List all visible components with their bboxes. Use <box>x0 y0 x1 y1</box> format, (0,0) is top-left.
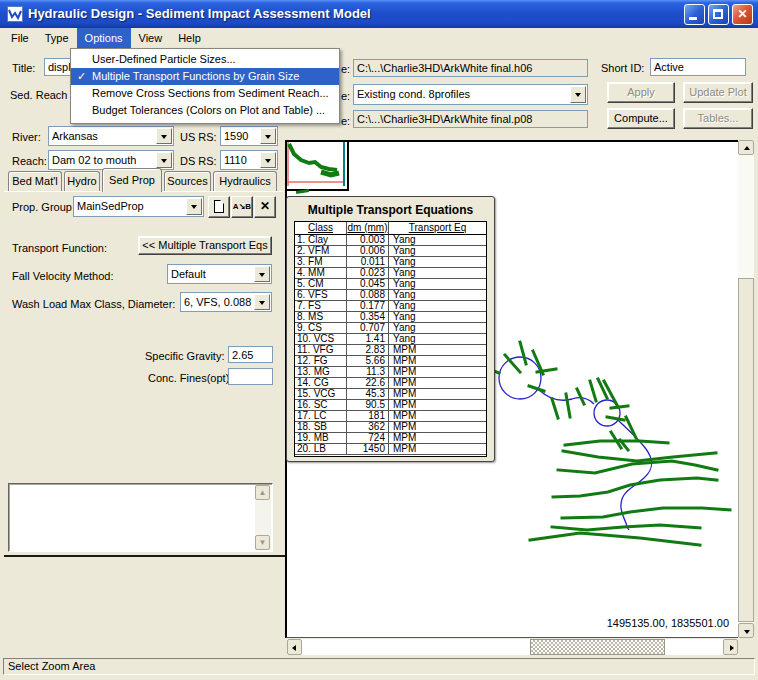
menu-item-remove-cross-sections[interactable]: Remove Cross Sections from Sediment Reac… <box>71 85 339 102</box>
prop-group-combobox[interactable]: MainSedProp <box>73 196 204 217</box>
dropdown-arrow-icon[interactable] <box>570 86 586 103</box>
mte-cell[interactable]: MPM <box>389 345 486 356</box>
hydro-file-field[interactable]: C:\...\Charlie3HD\ArkWhite final.h06 <box>353 59 588 77</box>
dropdown-arrow-icon[interactable] <box>254 266 270 282</box>
river-combobox[interactable]: Arkansas <box>48 126 174 146</box>
menu-options[interactable]: Options <box>77 28 131 48</box>
mte-cell[interactable]: 20. LB <box>295 444 347 455</box>
menu-help[interactable]: Help <box>170 28 209 48</box>
title-bar[interactable]: Hydraulic Design - Sediment Impact Asses… <box>0 0 758 28</box>
mte-cell[interactable]: Yang <box>389 246 486 257</box>
mte-cell[interactable]: 0.177 <box>347 301 389 312</box>
mte-cell[interactable]: 0.006 <box>347 246 389 257</box>
mte-cell[interactable]: Yang <box>389 334 486 345</box>
scroll-down-icon[interactable]: ▼ <box>255 535 270 550</box>
tab-hydraulics[interactable]: Hydraulics <box>213 171 277 191</box>
mte-cell[interactable]: 90.5 <box>347 400 389 411</box>
ds-rs-combobox[interactable]: 1110 <box>220 150 278 170</box>
apply-button[interactable]: Apply <box>607 82 675 103</box>
multiple-transport-equations-window[interactable]: Multiple Transport Equations Class dm (m… <box>286 196 495 462</box>
mte-cell[interactable]: MPM <box>389 389 486 400</box>
mte-cell[interactable]: MPM <box>389 422 486 433</box>
mte-cell[interactable]: Yang <box>389 323 486 334</box>
scroll-up-icon[interactable]: ▲ <box>255 485 270 500</box>
mte-cell[interactable]: 18. SB <box>295 422 347 433</box>
mte-cell[interactable]: 19. MB <box>295 433 347 444</box>
mte-cell[interactable]: 11.3 <box>347 367 389 378</box>
mte-cell[interactable]: MPM <box>389 433 486 444</box>
mte-cell[interactable]: 8. MS <box>295 312 347 323</box>
mte-cell[interactable]: 2. VFM <box>295 246 347 257</box>
mte-cell[interactable]: 13. MG <box>295 367 347 378</box>
mte-cell[interactable]: Yang <box>389 257 486 268</box>
mte-cell[interactable]: 0.003 <box>347 235 389 246</box>
mte-cell[interactable]: 0.011 <box>347 257 389 268</box>
scroll-down-button[interactable] <box>738 623 754 638</box>
mte-cell[interactable]: Yang <box>389 312 486 323</box>
notes-scrollbar[interactable]: ▲ ▼ <box>255 485 271 550</box>
mte-cell[interactable]: MPM <box>389 411 486 422</box>
reach-combobox[interactable]: Dam 02 to mouth <box>48 150 174 170</box>
mte-cell[interactable]: Yang <box>389 235 486 246</box>
plot-vertical-scrollbar[interactable] <box>738 140 754 638</box>
mte-cell[interactable]: MPM <box>389 444 486 455</box>
scroll-left-button[interactable] <box>287 639 302 655</box>
horizontal-scroll-thumb[interactable] <box>530 639 665 655</box>
maximize-button[interactable] <box>708 4 729 25</box>
mte-cell[interactable]: 22.6 <box>347 378 389 389</box>
mte-cell[interactable]: MPM <box>389 367 486 378</box>
mte-cell[interactable]: 5. CM <box>295 279 347 290</box>
mte-cell[interactable]: Yang <box>389 279 486 290</box>
delete-group-button[interactable]: ✕ <box>254 196 276 218</box>
tab-sed-prop[interactable]: Sed Prop <box>102 168 162 192</box>
menu-type[interactable]: Type <box>37 28 77 48</box>
scroll-up-button[interactable] <box>738 140 754 155</box>
close-button[interactable]: ✕ <box>732 4 753 25</box>
mte-cell[interactable]: 7. FS <box>295 301 347 312</box>
mte-cell[interactable]: MPM <box>389 356 486 367</box>
new-group-button[interactable] <box>208 196 230 218</box>
dropdown-arrow-icon[interactable] <box>260 152 276 168</box>
menu-item-budget-tolerances[interactable]: Budget Tolerances (Colors on Plot and Ta… <box>71 102 339 119</box>
mte-cell[interactable]: 0.707 <box>347 323 389 334</box>
mte-cell[interactable]: 9. CS <box>295 323 347 334</box>
mte-cell[interactable]: 0.045 <box>347 279 389 290</box>
mte-cell[interactable]: Yang <box>389 268 486 279</box>
dropdown-arrow-icon[interactable] <box>254 294 270 310</box>
update-plot-button[interactable]: Update Plot <box>683 82 753 103</box>
sed-file-field[interactable]: C:\...\Charlie3HD\ArkWhite final.p08 <box>353 110 588 128</box>
mte-cell[interactable]: Yang <box>389 301 486 312</box>
mte-cell[interactable]: 724 <box>347 433 389 444</box>
conc-fines-input[interactable] <box>228 368 273 385</box>
mte-cell[interactable]: 181 <box>347 411 389 422</box>
mte-cell[interactable]: 5.66 <box>347 356 389 367</box>
mte-cell[interactable]: 0.354 <box>347 312 389 323</box>
mte-cell[interactable]: 362 <box>347 422 389 433</box>
mte-cell[interactable]: 16. SC <box>295 400 347 411</box>
notes-textarea[interactable]: ▲ ▼ <box>8 483 273 552</box>
mte-cell[interactable]: 1450 <box>347 444 389 455</box>
mte-cell[interactable]: 45.3 <box>347 389 389 400</box>
mte-cell[interactable]: 1. Clay <box>295 235 347 246</box>
mte-cell[interactable]: Yang <box>389 290 486 301</box>
mte-cell[interactable]: 10. VCS <box>295 334 347 345</box>
dropdown-arrow-icon[interactable] <box>156 128 172 144</box>
mte-cell[interactable]: 4. MM <box>295 268 347 279</box>
tab-hydro[interactable]: Hydro <box>64 171 100 191</box>
mte-cell[interactable]: 6. VFS <box>295 290 347 301</box>
mte-cell[interactable]: 14. CG <box>295 378 347 389</box>
dropdown-arrow-icon[interactable] <box>156 152 172 168</box>
menu-item-user-defined-particle-sizes[interactable]: User-Defined Particle Sizes... <box>71 51 339 68</box>
tab-bed-matl[interactable]: Bed Mat'l <box>8 171 62 191</box>
rename-group-button[interactable]: A↘B <box>231 196 253 218</box>
wash-load-combobox[interactable]: 6, VFS, 0.088 <box>180 292 272 312</box>
mte-cell[interactable]: MPM <box>389 378 486 389</box>
mte-cell[interactable]: 11. VFG <box>295 345 347 356</box>
minimize-button[interactable] <box>684 4 705 25</box>
compute-button[interactable]: Compute... <box>607 108 675 129</box>
scroll-right-button[interactable] <box>723 639 738 655</box>
menu-item-multiple-transport-functions[interactable]: ✓ Multiple Transport Functions by Grain … <box>71 68 339 85</box>
mte-cell[interactable]: 15. VCG <box>295 389 347 400</box>
overview-map[interactable] <box>287 142 349 191</box>
tab-sources[interactable]: Sources <box>164 171 211 191</box>
